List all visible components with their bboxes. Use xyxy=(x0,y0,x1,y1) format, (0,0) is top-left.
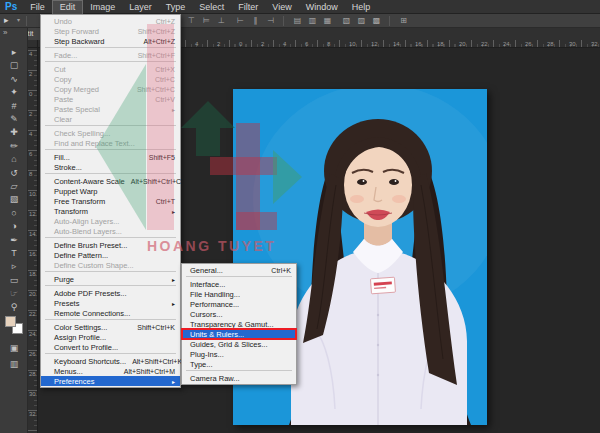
menu-item-undo[interactable]: UndoCtrl+Z xyxy=(41,16,180,26)
menu-item-copy-merged[interactable]: Copy MergedShift+Ctrl+C xyxy=(41,84,180,94)
menu-item-menus[interactable]: Menus...Alt+Shift+Ctrl+M xyxy=(41,366,180,376)
gradient-tool[interactable]: ▧ xyxy=(0,193,28,206)
menu-item-stroke[interactable]: Stroke... xyxy=(41,162,180,172)
spot-healing-brush-tool[interactable]: ✚ xyxy=(0,126,28,139)
align-bottom-edges-icon[interactable]: ⊥ xyxy=(215,15,228,27)
menu-item-general[interactable]: General...Ctrl+K xyxy=(182,265,296,275)
collapse-panels-icon[interactable]: » xyxy=(3,28,7,38)
menu-item-type[interactable]: Type... xyxy=(182,359,296,369)
hand-tool[interactable]: ☞ xyxy=(0,287,28,300)
menu-item-units-rulers[interactable]: Units & Rulers... xyxy=(182,329,296,339)
lasso-tool[interactable]: ∿ xyxy=(0,73,28,86)
menu-item-auto-blend-layers[interactable]: Auto-Blend Layers... xyxy=(41,226,180,236)
menubar-item-help[interactable]: Help xyxy=(345,0,378,14)
menu-item-interface[interactable]: Interface... xyxy=(182,279,296,289)
blur-tool[interactable]: ○ xyxy=(0,207,28,220)
menu-item-define-brush-preset[interactable]: Define Brush Preset... xyxy=(41,240,180,250)
menu-item-plug-ins[interactable]: Plug-Ins... xyxy=(182,349,296,359)
h-ruler-label: 20 xyxy=(459,40,466,48)
rectangular-marquee-tool[interactable]: ▢ xyxy=(0,59,28,72)
menu-item-adobe-pdf-presets[interactable]: Adobe PDF Presets... xyxy=(41,288,180,298)
menu-item-transparency-gamut[interactable]: Transparency & Gamut... xyxy=(182,319,296,329)
menu-item-paste-special[interactable]: Paste Special▸ xyxy=(41,104,180,114)
quick-mask-mode-button[interactable]: ▣ xyxy=(0,342,28,355)
menu-item-define-custom-shape[interactable]: Define Custom Shape... xyxy=(41,260,180,270)
color-swatches[interactable] xyxy=(5,316,23,334)
menu-item-auto-align-layers[interactable]: Auto-Align Layers... xyxy=(41,216,180,226)
menubar-item-window[interactable]: Window xyxy=(299,0,345,14)
crop-tool[interactable]: # xyxy=(0,100,28,113)
menu-item-file-handling[interactable]: File Handling... xyxy=(182,289,296,299)
menubar-item-type[interactable]: Type xyxy=(159,0,193,14)
pen-tool[interactable]: ✒ xyxy=(0,234,28,247)
menu-item-camera-raw[interactable]: Camera Raw... xyxy=(182,373,296,383)
foreground-color-swatch[interactable] xyxy=(5,316,16,327)
distribute-left-icon[interactable]: ▧ xyxy=(340,15,353,27)
menu-item-assign-profile[interactable]: Assign Profile... xyxy=(41,332,180,342)
path-selection-tool[interactable]: ▹ xyxy=(0,260,28,273)
zoom-tool[interactable]: ⚲ xyxy=(0,301,28,314)
menu-item-define-pattern[interactable]: Define Pattern... xyxy=(41,250,180,260)
screen-mode-button[interactable]: ▥ xyxy=(0,358,28,371)
menu-item-convert-to-profile[interactable]: Convert to Profile... xyxy=(41,342,180,352)
eraser-tool[interactable]: ▱ xyxy=(0,180,28,193)
align-left-edges-icon[interactable]: ⊢ xyxy=(234,15,247,27)
menubar-item-layer[interactable]: Layer xyxy=(122,0,159,14)
dodge-tool[interactable]: ◑ xyxy=(0,220,28,233)
menu-item-puppet-warp[interactable]: Puppet Warp xyxy=(41,186,180,196)
rectangle-tool[interactable]: ▭ xyxy=(0,274,28,287)
menu-item-label: Copy xyxy=(54,75,72,84)
distribute-bottom-icon[interactable]: ▦ xyxy=(321,15,334,27)
menu-item-cut[interactable]: CutCtrl+X xyxy=(41,64,180,74)
distribute-right-icon[interactable]: ▩ xyxy=(370,15,383,27)
menu-item-transform[interactable]: Transform▸ xyxy=(41,206,180,216)
align-vertical-centers-icon[interactable]: ⊨ xyxy=(200,15,213,27)
menu-item-check-spelling[interactable]: Check Spelling... xyxy=(41,128,180,138)
brush-tool[interactable]: ✏ xyxy=(0,140,28,153)
clone-stamp-tool[interactable]: ⌂ xyxy=(0,153,28,166)
menu-item-find-and-replace-text[interactable]: Find and Replace Text... xyxy=(41,138,180,148)
align-top-edges-icon[interactable]: ⊤ xyxy=(185,15,198,27)
menu-item-presets[interactable]: Presets▸ xyxy=(41,298,180,308)
move-tool[interactable]: ▸ xyxy=(0,46,28,59)
h-ruler-label: 4 xyxy=(283,40,286,48)
ruler-origin-corner[interactable] xyxy=(28,40,38,48)
move-tool-icon[interactable]: ▸ xyxy=(4,14,9,28)
menubar-item-select[interactable]: Select xyxy=(192,0,231,14)
menu-item-content-aware-scale[interactable]: Content-Aware ScaleAlt+Shift+Ctrl+C xyxy=(41,176,180,186)
auto-align-layers-icon[interactable]: ⊞ xyxy=(397,15,410,27)
menu-item-performance[interactable]: Performance... xyxy=(182,299,296,309)
distribute-top-icon[interactable]: ▤ xyxy=(291,15,304,27)
menu-item-clear[interactable]: Clear xyxy=(41,114,180,124)
menu-item-preferences[interactable]: Preferences▸ xyxy=(41,376,180,386)
menu-item-guides-grid-slices[interactable]: Guides, Grid & Slices... xyxy=(182,339,296,349)
align-right-edges-icon[interactable]: ⊣ xyxy=(264,15,277,27)
history-brush-tool[interactable]: ↺ xyxy=(0,167,28,180)
menu-item-remote-connections[interactable]: Remote Connections... xyxy=(41,308,180,318)
menubar-item-filter[interactable]: Filter xyxy=(231,0,265,14)
menu-item-step-backward[interactable]: Step BackwardAlt+Ctrl+Z xyxy=(41,36,180,46)
eyedropper-tool[interactable]: ✎ xyxy=(0,113,28,126)
vertical-ruler[interactable]: 4202468101214161820222426283032 xyxy=(28,48,38,433)
align-horizontal-centers-icon[interactable]: ∥ xyxy=(249,15,262,27)
menubar-item-view[interactable]: View xyxy=(265,0,298,14)
menu-item-cursors[interactable]: Cursors... xyxy=(182,309,296,319)
menu-item-free-transform[interactable]: Free TransformCtrl+T xyxy=(41,196,180,206)
menu-item-paste[interactable]: PasteCtrl+V xyxy=(41,94,180,104)
menu-item-step-forward[interactable]: Step ForwardShift+Ctrl+Z xyxy=(41,26,180,36)
menu-item-copy[interactable]: CopyCtrl+C xyxy=(41,74,180,84)
menu-item-fade[interactable]: Fade...Shift+Ctrl+F xyxy=(41,50,180,60)
type-tool[interactable]: T xyxy=(0,247,28,260)
h-ruler-label: 8 xyxy=(327,40,330,48)
menu-item-fill[interactable]: Fill...Shift+F5 xyxy=(41,152,180,162)
menubar-item-edit[interactable]: Edit xyxy=(52,0,84,14)
tool-preset-caret-icon[interactable]: ▾ xyxy=(17,14,20,28)
menu-item-color-settings[interactable]: Color Settings...Shift+Ctrl+K xyxy=(41,322,180,332)
distribute-vertical-icon[interactable]: ▥ xyxy=(306,15,319,27)
menu-item-purge[interactable]: Purge▸ xyxy=(41,274,180,284)
quick-selection-tool[interactable]: ✦ xyxy=(0,86,28,99)
menubar-item-image[interactable]: Image xyxy=(83,0,122,14)
menu-item-keyboard-shortcuts[interactable]: Keyboard Shortcuts...Alt+Shift+Ctrl+K xyxy=(41,356,180,366)
menubar-item-file[interactable]: File xyxy=(23,0,52,14)
distribute-center-icon[interactable]: ▨ xyxy=(355,15,368,27)
